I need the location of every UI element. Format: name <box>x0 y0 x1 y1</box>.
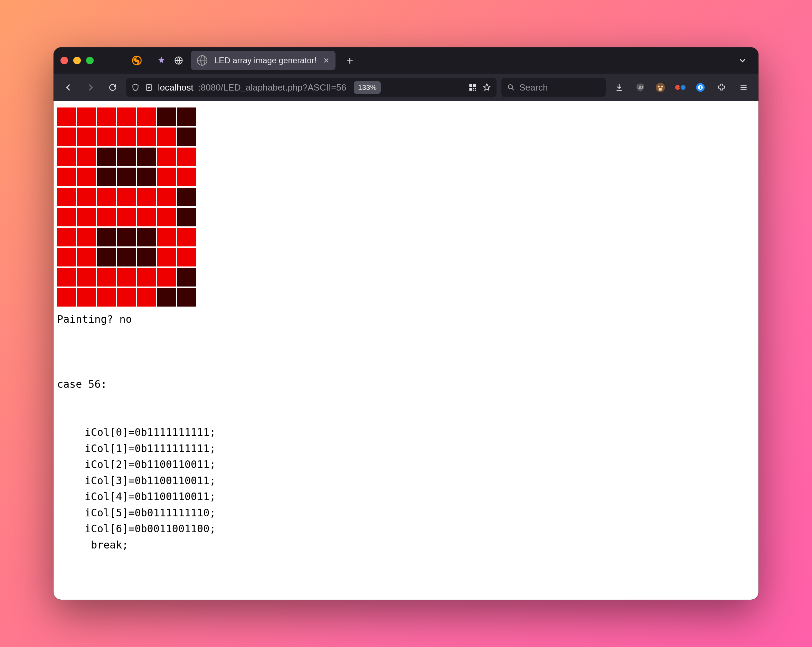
url-host: localhost <box>158 82 194 93</box>
led-cell[interactable] <box>57 288 76 307</box>
led-cell[interactable] <box>117 107 136 126</box>
led-cell[interactable] <box>137 168 156 186</box>
led-cell[interactable] <box>117 208 136 226</box>
led-cell[interactable] <box>137 288 156 307</box>
led-cell[interactable] <box>157 208 176 226</box>
led-cell[interactable] <box>77 107 96 126</box>
led-cell[interactable] <box>157 107 176 126</box>
led-cell[interactable] <box>177 268 196 286</box>
app-menu-button[interactable] <box>735 79 752 96</box>
led-cell[interactable] <box>57 188 76 206</box>
tampermonkey-icon[interactable] <box>653 80 668 95</box>
led-cell[interactable] <box>97 148 116 166</box>
led-cell[interactable] <box>177 148 196 166</box>
zoom-badge[interactable]: 133% <box>354 81 381 94</box>
tabs-overflow-button[interactable] <box>734 56 751 65</box>
led-cell[interactable] <box>77 188 96 206</box>
led-cell[interactable] <box>137 148 156 166</box>
back-button[interactable] <box>60 79 77 96</box>
led-cell[interactable] <box>97 107 116 126</box>
led-cell[interactable] <box>137 228 156 246</box>
led-cell[interactable] <box>77 248 96 266</box>
ublock-icon[interactable]: uO <box>633 80 648 95</box>
minimize-window-button[interactable] <box>73 57 81 64</box>
led-cell[interactable] <box>77 148 96 166</box>
led-cell[interactable] <box>97 288 116 307</box>
bookmark-star-icon[interactable] <box>482 83 492 92</box>
led-cell[interactable] <box>57 228 76 246</box>
led-cell[interactable] <box>137 208 156 226</box>
led-cell[interactable] <box>157 168 176 186</box>
svg-rect-4 <box>473 84 476 87</box>
extensions-button[interactable] <box>713 79 730 96</box>
led-cell[interactable] <box>157 228 176 246</box>
shield-icon[interactable] <box>131 83 140 92</box>
led-cell[interactable] <box>157 248 176 266</box>
led-cell[interactable] <box>177 228 196 246</box>
led-cell[interactable] <box>117 268 136 286</box>
painting-status: Painting? no <box>57 311 755 328</box>
close-window-button[interactable] <box>61 57 68 64</box>
led-cell[interactable] <box>77 127 96 146</box>
svg-rect-7 <box>475 88 476 89</box>
led-cell[interactable] <box>117 127 136 146</box>
led-cell[interactable] <box>117 248 136 266</box>
maximize-window-button[interactable] <box>86 57 94 64</box>
led-cell[interactable] <box>57 148 76 166</box>
led-cell[interactable] <box>97 188 116 206</box>
forward-button[interactable] <box>82 79 99 96</box>
led-cell[interactable] <box>77 208 96 226</box>
led-cell[interactable] <box>57 248 76 266</box>
led-cell[interactable] <box>77 228 96 246</box>
led-cell[interactable] <box>177 168 196 186</box>
led-cell[interactable] <box>157 127 176 146</box>
led-cell[interactable] <box>117 288 136 307</box>
new-tab-button[interactable]: + <box>342 54 358 67</box>
led-cell[interactable] <box>57 107 76 126</box>
led-cell[interactable] <box>177 288 196 307</box>
led-cell[interactable] <box>117 148 136 166</box>
led-cell[interactable] <box>97 268 116 286</box>
led-cell[interactable] <box>117 168 136 186</box>
led-cell[interactable] <box>97 208 116 226</box>
led-cell[interactable] <box>117 228 136 246</box>
qrcode-icon[interactable] <box>468 83 477 92</box>
led-cell[interactable] <box>77 268 96 286</box>
browser-tab[interactable]: LED array image generator! × <box>191 51 336 70</box>
led-cell[interactable] <box>57 168 76 186</box>
led-cell[interactable] <box>177 248 196 266</box>
claude-icon[interactable] <box>156 55 166 66</box>
onepassword-icon[interactable] <box>693 80 708 95</box>
led-cell[interactable] <box>157 268 176 286</box>
led-cell[interactable] <box>57 208 76 226</box>
led-cell[interactable] <box>137 127 156 146</box>
search-bar[interactable]: Search <box>501 78 606 97</box>
led-cell[interactable] <box>177 208 196 226</box>
led-cell[interactable] <box>137 268 156 286</box>
extension-glasses-icon[interactable] <box>673 80 688 95</box>
address-bar[interactable]: localhost:8080/LED_alaphabet.php?ASCII=5… <box>126 78 496 97</box>
led-cell[interactable] <box>97 127 116 146</box>
led-cell[interactable] <box>157 148 176 166</box>
led-cell[interactable] <box>137 188 156 206</box>
led-cell[interactable] <box>77 168 96 186</box>
globe-icon[interactable] <box>174 55 184 66</box>
page-info-icon[interactable] <box>145 83 153 92</box>
led-cell[interactable] <box>57 268 76 286</box>
downloads-button[interactable] <box>611 79 628 96</box>
led-cell[interactable] <box>117 188 136 206</box>
led-cell[interactable] <box>57 127 76 146</box>
led-cell[interactable] <box>177 188 196 206</box>
led-cell[interactable] <box>97 168 116 186</box>
reload-button[interactable] <box>104 79 121 96</box>
led-cell[interactable] <box>157 188 176 206</box>
led-cell[interactable] <box>177 107 196 126</box>
tab-close-button[interactable]: × <box>324 55 329 66</box>
led-cell[interactable] <box>137 107 156 126</box>
led-cell[interactable] <box>77 288 96 307</box>
led-cell[interactable] <box>97 228 116 246</box>
led-cell[interactable] <box>137 248 156 266</box>
led-cell[interactable] <box>177 127 196 146</box>
led-cell[interactable] <box>97 248 116 266</box>
led-cell[interactable] <box>157 288 176 307</box>
